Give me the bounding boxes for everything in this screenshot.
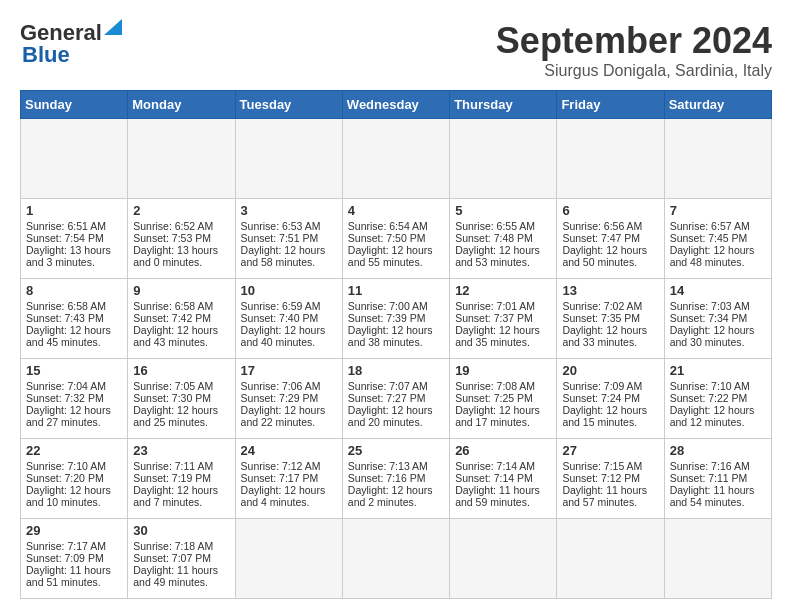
sunrise-text: Sunrise: 7:03 AM	[670, 300, 750, 312]
calendar-cell: 27Sunrise: 7:15 AMSunset: 7:12 PMDayligh…	[557, 439, 664, 519]
daylight-label: Daylight: 13 hours and 0 minutes.	[133, 244, 218, 268]
calendar-cell: 1Sunrise: 6:51 AMSunset: 7:54 PMDaylight…	[21, 199, 128, 279]
calendar-cell: 17Sunrise: 7:06 AMSunset: 7:29 PMDayligh…	[235, 359, 342, 439]
calendar-cell: 23Sunrise: 7:11 AMSunset: 7:19 PMDayligh…	[128, 439, 235, 519]
sunrise-text: Sunrise: 7:11 AM	[133, 460, 213, 472]
day-number: 14	[670, 283, 766, 298]
sunrise-text: Sunrise: 7:17 AM	[26, 540, 106, 552]
calendar-cell: 20Sunrise: 7:09 AMSunset: 7:24 PMDayligh…	[557, 359, 664, 439]
daylight-label: Daylight: 12 hours and 45 minutes.	[26, 324, 111, 348]
sunset-text: Sunset: 7:53 PM	[133, 232, 211, 244]
logo-blue: Blue	[22, 42, 70, 68]
sunset-text: Sunset: 7:27 PM	[348, 392, 426, 404]
daylight-label: Daylight: 11 hours and 49 minutes.	[133, 564, 218, 588]
day-header-friday: Friday	[557, 91, 664, 119]
day-number: 26	[455, 443, 551, 458]
calendar-cell: 29Sunrise: 7:17 AMSunset: 7:09 PMDayligh…	[21, 519, 128, 599]
daylight-label: Daylight: 12 hours and 50 minutes.	[562, 244, 647, 268]
day-number: 22	[26, 443, 122, 458]
daylight-label: Daylight: 12 hours and 40 minutes.	[241, 324, 326, 348]
calendar-cell: 24Sunrise: 7:12 AMSunset: 7:17 PMDayligh…	[235, 439, 342, 519]
sunrise-text: Sunrise: 7:10 AM	[670, 380, 750, 392]
day-number: 1	[26, 203, 122, 218]
daylight-label: Daylight: 11 hours and 51 minutes.	[26, 564, 111, 588]
daylight-label: Daylight: 12 hours and 27 minutes.	[26, 404, 111, 428]
calendar-cell: 30Sunrise: 7:18 AMSunset: 7:07 PMDayligh…	[128, 519, 235, 599]
daylight-label: Daylight: 12 hours and 12 minutes.	[670, 404, 755, 428]
sunrise-text: Sunrise: 7:00 AM	[348, 300, 428, 312]
sunrise-text: Sunrise: 6:58 AM	[26, 300, 106, 312]
calendar-cell	[235, 519, 342, 599]
calendar-cell: 8Sunrise: 6:58 AMSunset: 7:43 PMDaylight…	[21, 279, 128, 359]
sunrise-text: Sunrise: 6:53 AM	[241, 220, 321, 232]
sunset-text: Sunset: 7:51 PM	[241, 232, 319, 244]
day-number: 3	[241, 203, 337, 218]
sunrise-text: Sunrise: 6:52 AM	[133, 220, 213, 232]
sunrise-text: Sunrise: 7:06 AM	[241, 380, 321, 392]
page-header: General Blue September 2024 Siurgus Doni…	[20, 20, 772, 80]
sunset-text: Sunset: 7:17 PM	[241, 472, 319, 484]
daylight-label: Daylight: 11 hours and 59 minutes.	[455, 484, 540, 508]
sunrise-text: Sunrise: 7:08 AM	[455, 380, 535, 392]
sunset-text: Sunset: 7:39 PM	[348, 312, 426, 324]
day-number: 16	[133, 363, 229, 378]
day-number: 10	[241, 283, 337, 298]
day-header-wednesday: Wednesday	[342, 91, 449, 119]
calendar-cell	[450, 519, 557, 599]
sunset-text: Sunset: 7:24 PM	[562, 392, 640, 404]
calendar-cell: 7Sunrise: 6:57 AMSunset: 7:45 PMDaylight…	[664, 199, 771, 279]
sunrise-text: Sunrise: 7:12 AM	[241, 460, 321, 472]
day-header-sunday: Sunday	[21, 91, 128, 119]
daylight-label: Daylight: 12 hours and 33 minutes.	[562, 324, 647, 348]
sunrise-text: Sunrise: 6:58 AM	[133, 300, 213, 312]
calendar-cell	[557, 519, 664, 599]
calendar-cell	[342, 519, 449, 599]
calendar-cell	[664, 119, 771, 199]
sunrise-text: Sunrise: 7:04 AM	[26, 380, 106, 392]
day-number: 13	[562, 283, 658, 298]
sunset-text: Sunset: 7:19 PM	[133, 472, 211, 484]
day-number: 21	[670, 363, 766, 378]
sunset-text: Sunset: 7:40 PM	[241, 312, 319, 324]
day-header-saturday: Saturday	[664, 91, 771, 119]
daylight-label: Daylight: 12 hours and 4 minutes.	[241, 484, 326, 508]
calendar-cell: 4Sunrise: 6:54 AMSunset: 7:50 PMDaylight…	[342, 199, 449, 279]
sunrise-text: Sunrise: 6:57 AM	[670, 220, 750, 232]
daylight-label: Daylight: 12 hours and 53 minutes.	[455, 244, 540, 268]
calendar-cell: 28Sunrise: 7:16 AMSunset: 7:11 PMDayligh…	[664, 439, 771, 519]
daylight-label: Daylight: 12 hours and 15 minutes.	[562, 404, 647, 428]
daylight-label: Daylight: 12 hours and 10 minutes.	[26, 484, 111, 508]
day-header-thursday: Thursday	[450, 91, 557, 119]
daylight-label: Daylight: 12 hours and 7 minutes.	[133, 484, 218, 508]
day-number: 18	[348, 363, 444, 378]
calendar-cell: 10Sunrise: 6:59 AMSunset: 7:40 PMDayligh…	[235, 279, 342, 359]
day-number: 20	[562, 363, 658, 378]
sunset-text: Sunset: 7:11 PM	[670, 472, 748, 484]
sunset-text: Sunset: 7:22 PM	[670, 392, 748, 404]
day-header-monday: Monday	[128, 91, 235, 119]
calendar-cell: 21Sunrise: 7:10 AMSunset: 7:22 PMDayligh…	[664, 359, 771, 439]
sunrise-text: Sunrise: 6:56 AM	[562, 220, 642, 232]
sunset-text: Sunset: 7:50 PM	[348, 232, 426, 244]
daylight-label: Daylight: 12 hours and 43 minutes.	[133, 324, 218, 348]
sunset-text: Sunset: 7:34 PM	[670, 312, 748, 324]
daylight-label: Daylight: 12 hours and 35 minutes.	[455, 324, 540, 348]
calendar-cell: 19Sunrise: 7:08 AMSunset: 7:25 PMDayligh…	[450, 359, 557, 439]
day-number: 8	[26, 283, 122, 298]
sunset-text: Sunset: 7:20 PM	[26, 472, 104, 484]
sunset-text: Sunset: 7:45 PM	[670, 232, 748, 244]
day-number: 9	[133, 283, 229, 298]
daylight-label: Daylight: 12 hours and 55 minutes.	[348, 244, 433, 268]
calendar-cell: 13Sunrise: 7:02 AMSunset: 7:35 PMDayligh…	[557, 279, 664, 359]
sunset-text: Sunset: 7:48 PM	[455, 232, 533, 244]
calendar-cell: 6Sunrise: 6:56 AMSunset: 7:47 PMDaylight…	[557, 199, 664, 279]
daylight-label: Daylight: 12 hours and 25 minutes.	[133, 404, 218, 428]
calendar-cell	[664, 519, 771, 599]
sunrise-text: Sunrise: 7:09 AM	[562, 380, 642, 392]
sunset-text: Sunset: 7:35 PM	[562, 312, 640, 324]
calendar-cell	[450, 119, 557, 199]
calendar-header-row: SundayMondayTuesdayWednesdayThursdayFrid…	[21, 91, 772, 119]
day-number: 15	[26, 363, 122, 378]
week-row-4: 22Sunrise: 7:10 AMSunset: 7:20 PMDayligh…	[21, 439, 772, 519]
sunrise-text: Sunrise: 7:14 AM	[455, 460, 535, 472]
